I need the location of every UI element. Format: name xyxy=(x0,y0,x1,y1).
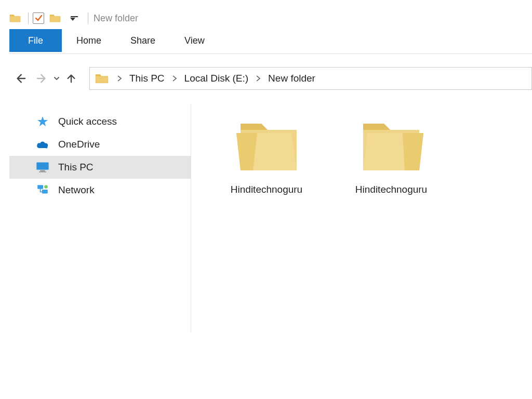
folder-icon xyxy=(355,114,428,177)
sidebar-item-label: OneDrive xyxy=(58,139,100,150)
star-icon xyxy=(35,115,50,128)
folder-icon xyxy=(230,114,303,177)
title-bar: New folder xyxy=(9,10,532,26)
up-button[interactable] xyxy=(62,70,80,87)
sidebar-item-label: Network xyxy=(58,184,95,196)
tab-home[interactable]: Home xyxy=(62,29,116,52)
svg-rect-3 xyxy=(37,185,43,189)
forward-button[interactable] xyxy=(33,70,51,87)
cloud-icon xyxy=(35,138,50,151)
back-button[interactable] xyxy=(11,70,29,87)
folder-item[interactable]: Hinditechnoguru xyxy=(342,114,441,332)
file-explorer-window: New folder File Home Share View This PC … xyxy=(0,0,532,332)
sidebar-item-network[interactable]: Network xyxy=(9,179,191,202)
sidebar-item-label: Quick access xyxy=(58,116,117,127)
navigation-pane: Quick access OneDrive This PC Network xyxy=(9,104,191,332)
chevron-right-icon[interactable] xyxy=(113,75,126,82)
tab-view[interactable]: View xyxy=(170,29,219,52)
chevron-right-icon[interactable] xyxy=(168,75,181,82)
qat-dropdown-icon[interactable] xyxy=(69,16,79,21)
chevron-right-icon[interactable] xyxy=(251,75,265,82)
sidebar-item-quick-access[interactable]: Quick access xyxy=(9,110,191,133)
file-tab[interactable]: File xyxy=(9,29,62,52)
breadcrumb-segment[interactable]: Local Disk (E:) xyxy=(181,73,252,84)
svg-rect-0 xyxy=(36,163,48,170)
address-bar[interactable]: This PC Local Disk (E:) New folder xyxy=(89,67,532,90)
window-title: New folder xyxy=(94,13,138,24)
folder-label: Hinditechnoguru xyxy=(231,184,302,195)
content-pane[interactable]: Hinditechnoguru Hinditechnoguru xyxy=(191,104,532,332)
ribbon-tabs: File Home Share View xyxy=(9,29,532,54)
svg-rect-1 xyxy=(40,170,45,171)
network-icon xyxy=(35,184,50,196)
sidebar-item-this-pc[interactable]: This PC xyxy=(9,156,191,179)
navigation-bar: This PC Local Disk (E:) New folder xyxy=(9,65,532,91)
folder-icon xyxy=(9,13,21,23)
breadcrumb-segment[interactable]: New folder xyxy=(265,73,318,84)
folder-item[interactable]: Hinditechnoguru xyxy=(217,114,316,332)
svg-rect-4 xyxy=(42,190,48,194)
svg-rect-2 xyxy=(39,171,46,172)
new-folder-qat-icon[interactable] xyxy=(49,13,61,23)
separator xyxy=(28,12,29,24)
separator xyxy=(88,12,88,24)
folder-label: Hinditechnoguru xyxy=(355,184,427,195)
properties-checkbox-icon[interactable] xyxy=(33,12,44,24)
sidebar-item-label: This PC xyxy=(58,162,94,173)
main-area: Quick access OneDrive This PC Network xyxy=(9,104,532,332)
breadcrumb-segment[interactable]: This PC xyxy=(126,73,168,84)
monitor-icon xyxy=(35,161,50,174)
svg-point-5 xyxy=(44,185,48,189)
sidebar-item-onedrive[interactable]: OneDrive xyxy=(9,133,191,156)
folder-icon xyxy=(95,73,109,84)
tab-share[interactable]: Share xyxy=(116,29,170,52)
recent-locations-button[interactable] xyxy=(53,75,60,82)
